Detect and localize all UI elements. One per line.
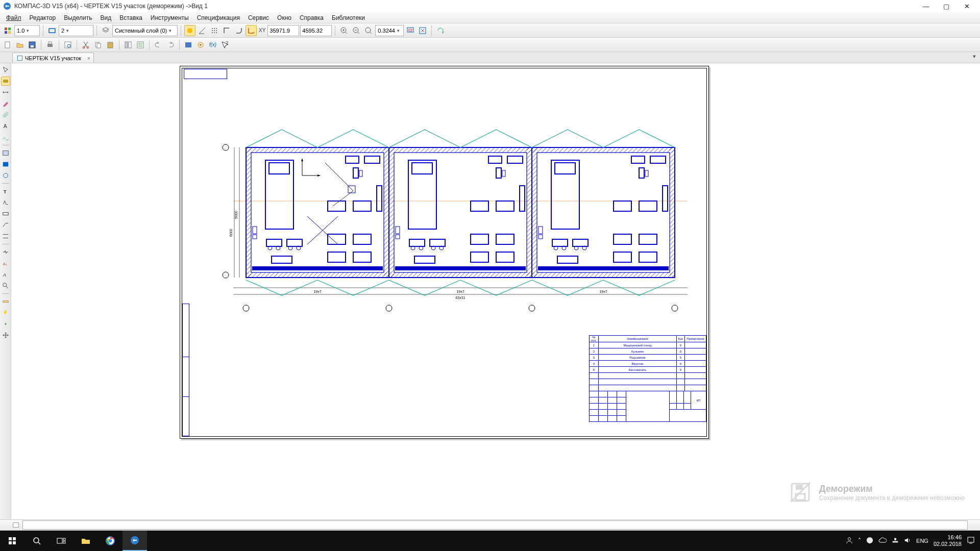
copy-btn[interactable] xyxy=(92,39,104,51)
zoom-value-icon[interactable] xyxy=(363,25,374,36)
var-btn[interactable]: f(x) xyxy=(207,39,218,51)
layer-combo[interactable]: Системный слой (0) xyxy=(112,25,178,36)
tray-notifications-icon[interactable] xyxy=(967,536,975,546)
menu-help[interactable]: Справка xyxy=(296,13,328,22)
svg-text:19x7: 19x7 xyxy=(599,290,607,293)
lib-mgr-btn[interactable] xyxy=(183,39,194,51)
measure-tool-icon[interactable] xyxy=(1,297,10,306)
select-tool-icon[interactable] xyxy=(1,65,10,74)
save-btn[interactable] xyxy=(27,39,38,51)
menu-service[interactable]: Сервис xyxy=(244,13,273,22)
menu-view[interactable]: Вид xyxy=(96,13,116,22)
refresh-btn[interactable] xyxy=(435,25,446,36)
chrome-button[interactable] xyxy=(98,531,122,551)
tab-close-icon[interactable]: × xyxy=(87,55,90,61)
svg-rect-125 xyxy=(471,234,488,244)
doc-tab[interactable]: ЧЕРТЕЖ V15 участок × xyxy=(12,53,94,63)
properties-btn[interactable] xyxy=(122,39,134,51)
hatch-tool-icon[interactable] xyxy=(1,110,10,119)
menu-window[interactable]: Окно xyxy=(273,13,296,22)
tab-list-button[interactable]: ▾ xyxy=(973,53,976,60)
layer-icon[interactable] xyxy=(100,25,111,36)
tol-tool-icon[interactable] xyxy=(1,209,10,218)
spec-tool-icon[interactable] xyxy=(1,160,10,169)
tray-steam-icon[interactable] xyxy=(866,537,873,545)
menu-editor[interactable]: Редактор xyxy=(26,13,60,22)
svg-rect-24 xyxy=(31,45,34,47)
grid-btn[interactable] xyxy=(209,25,220,36)
curve-tool-icon[interactable] xyxy=(1,133,10,142)
undo-btn[interactable] xyxy=(153,39,164,51)
tray-network-icon[interactable] xyxy=(892,537,899,545)
tray-cloud-icon[interactable] xyxy=(878,537,887,545)
balloon-tool-icon[interactable] xyxy=(1,281,10,290)
param-tool-icon[interactable] xyxy=(1,319,10,329)
menu-libraries[interactable]: Библиотеки xyxy=(328,13,369,22)
view-icon[interactable] xyxy=(46,25,58,36)
whats-this-btn[interactable]: ? xyxy=(219,39,231,51)
explorer-button[interactable] xyxy=(74,531,98,551)
zoom-out-btn[interactable] xyxy=(351,25,362,36)
menu-tools[interactable]: Инструменты xyxy=(146,13,193,22)
align-tool-icon[interactable]: A↓ xyxy=(1,259,10,268)
dimension-tool-icon[interactable] xyxy=(1,88,10,97)
command-input[interactable] xyxy=(22,520,968,530)
tree-btn[interactable] xyxy=(135,39,146,51)
zoom-in-btn[interactable] xyxy=(338,25,350,36)
current-state-icon[interactable] xyxy=(2,25,13,36)
taskview-button[interactable] xyxy=(49,531,74,551)
close-button[interactable]: ✕ xyxy=(957,1,977,12)
minimize-button[interactable]: — xyxy=(916,1,936,12)
redo-btn[interactable] xyxy=(165,39,176,51)
floor-plan: 19x7 19x7 19x7 63x31 6000 5000 xyxy=(198,119,693,323)
start-button[interactable] xyxy=(0,531,24,551)
round-btn[interactable] xyxy=(233,25,244,36)
coord-y-input[interactable] xyxy=(300,25,332,36)
edit-tool-icon[interactable] xyxy=(1,99,10,108)
angle-btn[interactable] xyxy=(197,25,208,36)
zoom-combo[interactable]: 0.3244 xyxy=(375,25,404,36)
tray-lang[interactable]: ENG xyxy=(916,538,928,544)
text-tool-icon[interactable]: A xyxy=(1,121,10,131)
tray-clock[interactable]: 16:46 02.02.2018 xyxy=(934,534,962,547)
menu-spec[interactable]: Спецификация xyxy=(193,13,244,22)
menu-select[interactable]: Выделить xyxy=(60,13,96,22)
open-btn[interactable] xyxy=(14,39,26,51)
paste-btn[interactable] xyxy=(105,39,116,51)
lcs-btn[interactable] xyxy=(246,25,257,36)
config-btn[interactable] xyxy=(195,39,206,51)
view-combo[interactable]: 2 xyxy=(59,25,93,36)
scale-combo[interactable]: 1.0 xyxy=(14,25,40,36)
roughness-tool-icon[interactable] xyxy=(1,198,10,207)
ortho-btn[interactable] xyxy=(221,25,232,36)
search-button[interactable] xyxy=(24,531,49,551)
style-btn[interactable] xyxy=(184,25,195,36)
flash-tool-icon[interactable] xyxy=(1,308,10,317)
maximize-button[interactable]: ▢ xyxy=(936,1,957,12)
report-tool-icon[interactable] xyxy=(1,171,10,180)
font-tool-icon[interactable]: A xyxy=(1,270,10,279)
svg-rect-32 xyxy=(97,43,101,48)
tray-volume-icon[interactable] xyxy=(904,537,911,545)
tray-chevron-icon[interactable]: ˄ xyxy=(858,537,861,544)
zoom-fit-btn[interactable] xyxy=(417,25,428,36)
canvas[interactable]: 19x7 19x7 19x7 63x31 6000 5000 xyxy=(11,63,980,519)
tray-people-icon[interactable] xyxy=(846,537,853,545)
zoom-window-btn[interactable] xyxy=(405,25,416,36)
preview-btn[interactable] xyxy=(62,39,74,51)
kompas-button[interactable] xyxy=(122,531,147,551)
leader-tool-icon[interactable] xyxy=(1,220,10,230)
svg-rect-132 xyxy=(532,147,675,278)
move-tool-icon[interactable] xyxy=(1,331,10,340)
geometry-tool-icon[interactable] xyxy=(1,77,10,86)
text2-tool-icon[interactable]: T xyxy=(1,187,10,196)
linedim-tool-icon[interactable] xyxy=(1,232,10,241)
new-btn[interactable] xyxy=(2,39,13,51)
menu-insert[interactable]: Вставка xyxy=(115,13,146,22)
break-tool-icon[interactable] xyxy=(1,247,10,257)
table-tool-icon[interactable] xyxy=(1,148,10,158)
cut-btn[interactable] xyxy=(80,39,91,51)
menu-file[interactable]: Файл xyxy=(2,13,26,22)
print-btn[interactable] xyxy=(44,39,56,51)
coord-x-input[interactable] xyxy=(267,25,299,36)
